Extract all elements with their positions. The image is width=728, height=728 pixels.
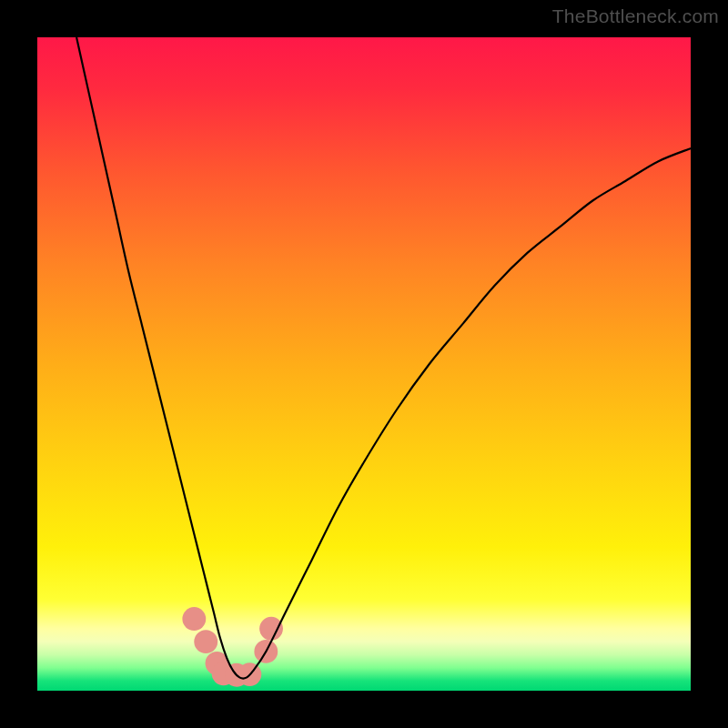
plot-area <box>37 37 691 691</box>
watermark-text: TheBottleneck.com <box>552 5 719 27</box>
chart-frame: TheBottleneck.com <box>0 0 728 728</box>
curve-layer <box>37 37 691 691</box>
highlight-marker <box>259 617 283 641</box>
highlight-marker <box>194 630 217 653</box>
highlight-marker <box>182 607 206 631</box>
bottleneck-curve <box>76 37 691 679</box>
